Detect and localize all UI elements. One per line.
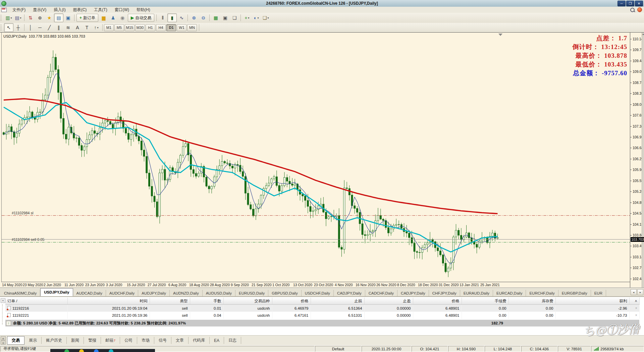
terminal-tab-10[interactable]: 代码库 bbox=[189, 337, 210, 344]
tile-windows-icon[interactable]: ▦ bbox=[211, 13, 220, 22]
column-header-4[interactable]: 交易品种 bbox=[223, 298, 272, 305]
channel-tool-icon[interactable]: ∥ bbox=[54, 23, 63, 32]
chart-scrollbar[interactable]: ▲ bbox=[642, 33, 644, 288]
tab-scroll-left-icon[interactable]: ◂ bbox=[631, 289, 637, 295]
menu-item-4[interactable]: 工具(T) bbox=[90, 7, 111, 13]
zoom-in-icon[interactable]: ⊕ bbox=[189, 13, 199, 22]
terminal-tab-4[interactable]: 警报 bbox=[84, 337, 101, 344]
chart-tab-audchf[interactable]: AUDCHF,Daily bbox=[106, 290, 138, 296]
terminal-close-icon[interactable]: × bbox=[1, 298, 5, 303]
column-header-11[interactable]: 获利 bbox=[555, 298, 629, 305]
new-order-button[interactable]: +新订单 bbox=[76, 14, 98, 22]
column-header-8[interactable]: 价格 bbox=[413, 298, 462, 305]
chart-tab-audusd[interactable]: AUDUSD,Daily bbox=[203, 290, 235, 296]
line-chart-icon[interactable]: ∿ bbox=[177, 13, 186, 22]
trendline-tool-icon[interactable]: ╱ bbox=[45, 23, 54, 32]
timeframe-w1[interactable]: W1 bbox=[177, 24, 186, 31]
chart-tab-cadjpy[interactable]: CADJPY,Daily bbox=[397, 290, 429, 296]
hline-tool-icon[interactable]: ─ bbox=[35, 23, 45, 32]
chart-tab-cadjpy[interactable]: CADJPY,Daily bbox=[334, 290, 365, 296]
chart-tab-eur[interactable]: EUR bbox=[591, 290, 606, 296]
column-header-3[interactable]: 手数 bbox=[190, 298, 223, 305]
terminal-tab-2[interactable]: 账户历史 bbox=[42, 337, 67, 344]
timeframe-h1[interactable]: H1 bbox=[146, 24, 155, 31]
column-header-7[interactable]: 止盈 bbox=[364, 298, 413, 305]
close-button[interactable]: ✕ bbox=[635, 1, 643, 6]
terminal-tab-7[interactable]: 市场 bbox=[137, 337, 154, 344]
tick-chart-icon[interactable]: ⇅ bbox=[26, 13, 35, 22]
column-header-5[interactable]: 价格 bbox=[272, 298, 311, 305]
favorites-icon[interactable]: ★ bbox=[45, 13, 54, 22]
chart-tab-euraud[interactable]: EURAUD,Daily bbox=[460, 290, 493, 296]
search-icon[interactable] bbox=[630, 8, 635, 12]
taskbar-icon[interactable] bbox=[109, 349, 113, 352]
autotrading-button[interactable]: ▶自动交易 bbox=[128, 14, 154, 22]
column-header-9[interactable]: 手续费 bbox=[462, 298, 508, 305]
column-header-2[interactable]: 类型 bbox=[150, 298, 190, 305]
crosshair-mode-icon[interactable]: ⊕ bbox=[35, 13, 45, 22]
column-header-10[interactable]: 库存费 bbox=[508, 298, 555, 305]
chart-plot-area[interactable]: #11102984 sl#11102984 sell 0.05 USDJPY,D… bbox=[1, 33, 630, 282]
chart-tab-usdchf[interactable]: USDCHF,Daily bbox=[302, 290, 334, 296]
table-scroll-up-icon[interactable]: ˄ bbox=[629, 298, 639, 305]
vline-tool-icon[interactable]: │ bbox=[26, 23, 35, 32]
new-chart-icon[interactable]: ▥ bbox=[4, 13, 13, 22]
tab-scroll-right-icon[interactable]: ▸ bbox=[637, 289, 643, 295]
notification-icon[interactable] bbox=[637, 7, 642, 12]
order-row[interactable]: 111922162021.01.20 05:19:04sell0.01usdcn… bbox=[5, 305, 639, 312]
timeframe-m30[interactable]: M30 bbox=[135, 24, 145, 31]
timeframe-m5[interactable]: M5 bbox=[114, 24, 124, 31]
templates-icon[interactable]: ❏ bbox=[261, 13, 270, 22]
restore-button[interactable]: ❐ bbox=[626, 1, 634, 6]
column-header-6[interactable]: 止损 bbox=[311, 298, 364, 305]
chart-tab-audnzd[interactable]: AUDNZD,Daily bbox=[170, 290, 203, 296]
menu-item-5[interactable]: 窗口(W) bbox=[111, 7, 133, 13]
chart-tab-eurchf[interactable]: EURCHF,Daily bbox=[526, 290, 558, 296]
zoom-out-icon[interactable]: ⊖ bbox=[199, 13, 208, 22]
menu-item-3[interactable]: 图表(C) bbox=[69, 7, 91, 13]
column-header-0[interactable]: 订单 / bbox=[5, 298, 67, 305]
fibonacci-tool-icon[interactable]: ≋ bbox=[63, 23, 73, 32]
bar-chart-icon[interactable]: ‖ bbox=[158, 13, 167, 22]
timeframe-m15[interactable]: M15 bbox=[125, 24, 135, 31]
candlestick-chart[interactable]: #11102984 sl#11102984 sell 0.05 bbox=[2, 33, 630, 282]
taskbar-icon[interactable] bbox=[94, 349, 99, 352]
dock-icon[interactable]: ▤ bbox=[1, 336, 6, 340]
menu-item-1[interactable]: 显示(V) bbox=[29, 7, 50, 13]
chart-tab-eurusd[interactable]: EURUSD,Daily bbox=[235, 290, 268, 296]
arrows-tool-icon[interactable]: ↑ bbox=[92, 23, 101, 32]
candle-chart-icon[interactable]: ▮ bbox=[167, 13, 177, 22]
signals-icon[interactable]: ◉ bbox=[118, 13, 127, 22]
menu-item-2[interactable]: 插入(I) bbox=[50, 7, 69, 13]
chart-tab-eurcad[interactable]: EURCAD,Daily bbox=[493, 290, 526, 296]
scroll-up-icon[interactable]: ▲ bbox=[642, 33, 644, 36]
chart-tab-gbpusd[interactable]: GBPUSD,Daily bbox=[268, 290, 301, 296]
periods-icon[interactable]: ◐ bbox=[252, 13, 261, 22]
timeframe-h4[interactable]: H4 bbox=[156, 24, 166, 31]
terminal-tab-1[interactable]: 展示 bbox=[24, 337, 42, 344]
order-row[interactable]: 111922212021.01.20 05:19:36sell0.04usdcn… bbox=[5, 312, 639, 319]
chart-tab-eurgbp[interactable]: EURGBP,Daily bbox=[558, 290, 591, 296]
chart-tab-usdjpy[interactable]: USDJPY,Daily bbox=[40, 288, 73, 296]
text-tool-icon[interactable]: A bbox=[73, 23, 82, 32]
cascade-windows-icon[interactable]: ❏ bbox=[230, 13, 239, 22]
price-axis[interactable]: 110.140109.790109.440109.090108.740108.3… bbox=[630, 33, 642, 288]
toolbox-icon[interactable]: ▆ bbox=[99, 13, 108, 22]
date-axis[interactable]: 14 May 202023 May 20202 Jun 202011 Jun 2… bbox=[1, 282, 630, 288]
terminal-tab-0[interactable]: 交易 bbox=[7, 336, 24, 345]
terminal-tab-9[interactable]: 文章 bbox=[171, 337, 189, 344]
terminal-tab-8[interactable]: 信号 bbox=[154, 337, 171, 344]
menu-item-0[interactable]: 文件(F) bbox=[9, 7, 29, 13]
indicators-icon[interactable]: + bbox=[242, 13, 252, 22]
market-watch-icon[interactable]: ▤ bbox=[54, 13, 63, 22]
arrange-windows-icon[interactable]: ▣ bbox=[220, 13, 230, 22]
taskbar-icon[interactable] bbox=[79, 349, 84, 352]
terminal-tab-3[interactable]: 新闻 bbox=[67, 337, 84, 344]
minimize-button[interactable]: ─ bbox=[618, 1, 626, 6]
cursor-tool-icon[interactable]: ↖ bbox=[4, 23, 13, 32]
strategy-tester-icon[interactable]: ♟ bbox=[108, 13, 118, 22]
chart-window-icon[interactable] bbox=[1, 8, 7, 12]
chart-tab-audcad[interactable]: AUDCAD,Daily bbox=[73, 290, 106, 296]
close-order-icon[interactable]: × bbox=[629, 312, 639, 319]
chart-tab-cadchf[interactable]: CADCHF,Daily bbox=[365, 290, 397, 296]
